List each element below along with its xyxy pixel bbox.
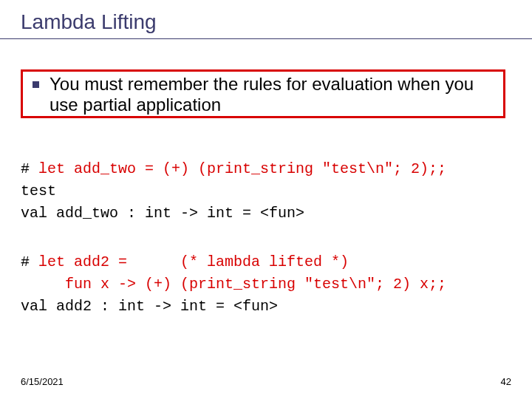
code1-line2: test: [21, 183, 56, 200]
bullet-icon: [33, 81, 39, 88]
code2-line3: val add2 : int -> int = <fun>: [21, 298, 278, 315]
slide-title: Lambda Lifting: [21, 10, 157, 34]
bullet-text: You must remember the rules for evaluati…: [50, 74, 502, 115]
footer-page-number: 42: [501, 376, 511, 387]
code2-line1: let add2 = (* lambda lifted *): [38, 253, 349, 270]
bullet-row: You must remember the rules for evaluati…: [33, 74, 502, 115]
code2-line2: fun x -> (+) (print_string "test\n"; 2) …: [21, 276, 446, 293]
code1-line1: let add_two = (+) (print_string "test\n"…: [38, 160, 446, 177]
code-block-1: # let add_two = (+) (print_string "test\…: [21, 158, 446, 225]
code-block-2: # let add2 = (* lambda lifted *) fun x -…: [21, 251, 446, 318]
footer-date: 6/15/2021: [21, 376, 64, 387]
title-underline: [0, 38, 532, 39]
slide: Lambda Lifting You must remember the rul…: [0, 0, 532, 399]
prompt-hash: #: [21, 160, 38, 177]
prompt-hash: #: [21, 253, 38, 270]
code1-line3: val add_two : int -> int = <fun>: [21, 205, 304, 222]
